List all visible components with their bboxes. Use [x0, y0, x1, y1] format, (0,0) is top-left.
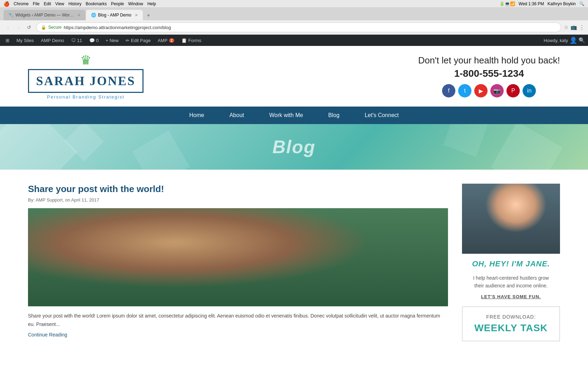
pending-comments-icon: 💬	[89, 38, 95, 43]
wp-pending-comments[interactable]: 💬 0	[86, 35, 102, 46]
wp-admin-bar: ⊞ My Sites AMP Demo 🗨 11 💬 0 + New ✏ Edi…	[0, 35, 588, 46]
wp-amp-demo[interactable]: AMP Demo	[38, 35, 67, 46]
logo-box: SARAH JONES	[28, 69, 144, 93]
macos-menubar: 🍎 Chrome File Edit View History Bookmark…	[0, 0, 588, 8]
menu-edit[interactable]: Edit	[44, 1, 51, 6]
menubar-time: Wed 1:36 PM	[519, 1, 544, 6]
menu-people[interactable]: People	[111, 1, 124, 6]
social-pinterest[interactable]: P	[506, 84, 520, 97]
browser-nav-bar: ‹ › ↺ 🔒 Secure https://ampdemo.attractio…	[0, 20, 588, 34]
tab-close-blog[interactable]: ✕	[135, 13, 138, 18]
hero-shape-2	[443, 124, 488, 157]
sidebar-cta[interactable]: LET'S HAVE SOME FUN.	[462, 294, 560, 299]
sidebar-oh-hey: OH, HEY! I'M JANE.	[462, 254, 560, 274]
edit-page-icon: ✏	[126, 38, 130, 43]
secure-icon: 🔒	[41, 25, 46, 30]
wp-new[interactable]: + New	[103, 35, 121, 46]
wp-forms[interactable]: 📋 Forms	[178, 35, 204, 46]
wp-admin-right: Howdy, katy 👤 🔍	[544, 36, 585, 44]
browser-chrome: 🔧 Widgets ‹ AMP Demo — Wor… ✕ 🌐 Blog - A…	[0, 8, 588, 35]
wp-amp[interactable]: AMP 2	[155, 35, 177, 46]
main-content: Share your post with the world! By: AMP …	[0, 170, 588, 355]
wp-edit-page[interactable]: ✏ Edit Page	[123, 35, 153, 46]
address-url[interactable]: https://ampdemo.attractionmarketingproje…	[64, 25, 556, 30]
forward-button[interactable]: ›	[14, 23, 23, 32]
new-tab-button[interactable]: +	[144, 11, 153, 20]
social-facebook[interactable]: f	[442, 84, 455, 97]
sidebar: OH, HEY! I'M JANE. I help heart-centered…	[462, 184, 560, 341]
menu-window[interactable]: Window	[128, 1, 143, 6]
edit-page-label: Edit Page	[131, 38, 150, 43]
amp-label: AMP	[158, 38, 167, 43]
comments-icon: 🗨	[71, 38, 76, 43]
menubar-user: Kathryn Boykin	[547, 1, 576, 6]
site-header: ♛ SARAH JONES Personal Branding Strategi…	[0, 46, 588, 107]
nav-about[interactable]: About	[224, 109, 250, 121]
macos-menu-right: 🔋💻📶 Wed 1:36 PM Kathryn Boykin 🔍	[499, 1, 584, 6]
menu-file[interactable]: File	[33, 1, 40, 6]
post-excerpt: Share your post with the world! Lorem ip…	[28, 312, 448, 329]
forms-icon: 📋	[181, 38, 187, 43]
menu-help[interactable]: Help	[147, 1, 156, 6]
blog-hero: Blog	[0, 124, 588, 170]
header-tagline: Don't let your health hold you back!	[418, 55, 560, 66]
reload-button[interactable]: ↺	[24, 23, 34, 32]
nav-home[interactable]: Home	[184, 109, 210, 121]
amp-badge: 2	[169, 38, 175, 43]
header-phone[interactable]: 1-800-555-1234	[418, 68, 560, 79]
tab-favicon-blog: 🌐	[91, 13, 96, 18]
nav-right-icons: ☆ 📺 ⋮	[564, 24, 584, 30]
forms-label: Forms	[188, 38, 201, 43]
nav-lets-connect[interactable]: Let's Connect	[359, 109, 404, 121]
site-nav: Home About Work with Me Blog Let's Conne…	[0, 107, 588, 124]
post-image-inner	[28, 208, 448, 306]
logo-name[interactable]: SARAH JONES	[36, 74, 135, 88]
macos-menu-left: 🍎 Chrome File Edit View History Bookmark…	[4, 1, 156, 7]
pending-count: 0	[96, 38, 99, 43]
tab-blog[interactable]: 🌐 Blog - AMP Demo ✕	[86, 10, 143, 20]
tab-favicon-widgets: 🔧	[8, 13, 13, 18]
nav-blog[interactable]: Blog	[323, 109, 345, 121]
social-icons: f t ▶ 📷 P in	[418, 84, 560, 97]
tab-close-widgets[interactable]: ✕	[77, 13, 80, 18]
wp-comments[interactable]: 🗨 11	[68, 35, 85, 46]
free-download-widget: FREE DOWNLOAD: WEEKLY TASK	[462, 306, 560, 341]
post-meta: By: AMP Support, on April 11, 2017	[28, 197, 448, 203]
nav-buttons: ‹ › ↺	[4, 23, 34, 32]
crown-icon: ♛	[80, 53, 91, 68]
logo-tagline: Personal Branding Strategist	[47, 94, 124, 100]
post-title[interactable]: Share your post with the world!	[28, 184, 448, 195]
continue-reading-link[interactable]: Continue Reading	[28, 332, 67, 338]
menu-view[interactable]: View	[55, 1, 64, 6]
sidebar-profile-widget: OH, HEY! I'M JANE. I help heart-centered…	[462, 184, 560, 299]
browser-tabs-bar: 🔧 Widgets ‹ AMP Demo — Wor… ✕ 🌐 Blog - A…	[0, 8, 588, 20]
social-twitter[interactable]: t	[458, 84, 471, 97]
cast-icon[interactable]: 📺	[570, 24, 577, 30]
tab-label-widgets: Widgets ‹ AMP Demo — Wor…	[15, 13, 74, 18]
wp-logo-item[interactable]: ⊞	[3, 35, 12, 46]
menu-history[interactable]: History	[69, 1, 82, 6]
wp-my-sites[interactable]: My Sites	[14, 35, 37, 46]
blog-hero-title: Blog	[272, 136, 316, 157]
search-icon[interactable]: 🔍	[579, 1, 584, 6]
nav-work-with-me[interactable]: Work with Me	[264, 109, 309, 121]
social-youtube[interactable]: ▶	[474, 84, 488, 97]
content-area: Share your post with the world! By: AMP …	[28, 184, 448, 341]
apple-icon[interactable]: 🍎	[4, 1, 9, 7]
social-linkedin[interactable]: in	[523, 84, 536, 97]
address-bar[interactable]: 🔒 Secure https://ampdemo.attractionmarke…	[36, 22, 561, 32]
sidebar-desc: I help heart-centered hustlers grow thei…	[462, 274, 560, 290]
social-instagram[interactable]: 📷	[490, 84, 504, 97]
bookmark-icon[interactable]: ☆	[564, 24, 568, 30]
back-button[interactable]: ‹	[4, 23, 13, 32]
menu-icon[interactable]: ⋮	[579, 24, 584, 30]
wp-search-icon[interactable]: 🔍	[579, 37, 585, 43]
menu-chrome[interactable]: Chrome	[14, 1, 29, 6]
blog-post: Share your post with the world! By: AMP …	[28, 184, 448, 338]
system-icons: 🔋💻📶	[499, 1, 515, 6]
hero-shape-1	[64, 124, 104, 162]
menu-bookmarks[interactable]: Bookmarks	[86, 1, 107, 6]
comments-count: 11	[77, 38, 82, 43]
weekly-task-title[interactable]: WEEKLY TASK	[470, 322, 552, 334]
tab-widgets[interactable]: 🔧 Widgets ‹ AMP Demo — Wor… ✕	[4, 10, 85, 20]
